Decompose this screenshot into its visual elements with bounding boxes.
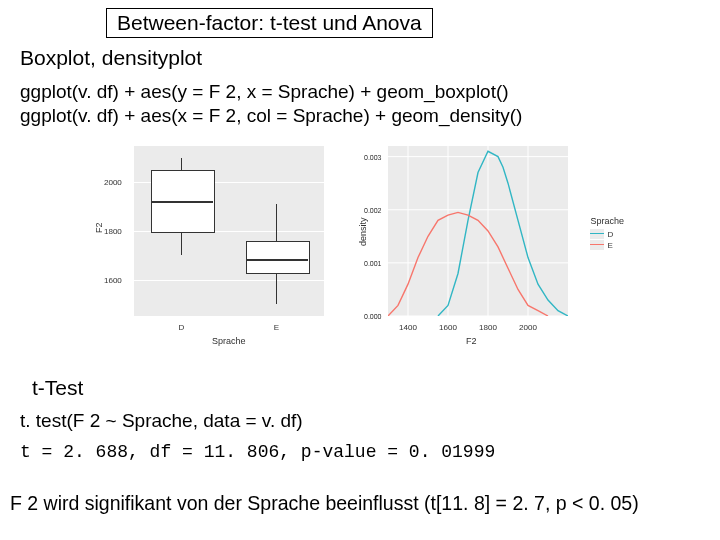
density-ylabel: density (358, 217, 368, 246)
boxplot-xtick: E (274, 323, 279, 332)
code-block: ggplot(v. df) + aes(y = F 2, x = Sprache… (20, 80, 522, 128)
boxplot-ytick: 1600 (104, 275, 122, 284)
boxplot-panel (134, 146, 324, 316)
density-ytick: 0.003 (364, 153, 382, 160)
boxplot-xtick: D (179, 323, 185, 332)
charts-row: F2 160018002000 DE Sprache density 0.000… (92, 138, 628, 348)
density-chart: density 0.0000.0010.0020.003 14001600180… (354, 138, 628, 348)
boxplot-ytick: 1800 (104, 227, 122, 236)
legend-item-D: D (590, 229, 624, 239)
ttest-call: t. test(F 2 ~ Sprache, data = v. df) (20, 410, 303, 432)
boxplot-ytick: 2000 (104, 178, 122, 187)
box-E (246, 241, 310, 275)
code-line-1: ggplot(v. df) + aes(y = F 2, x = Sprache… (20, 80, 522, 104)
density-xtick: 1400 (399, 323, 417, 332)
boxplot-ylabel: F2 (94, 222, 104, 233)
legend-title: Sprache (590, 216, 624, 226)
density-xtick: 1800 (479, 323, 497, 332)
slide-title: Between-factor: t-test und Anova (106, 8, 433, 38)
density-xtick: 1600 (439, 323, 457, 332)
density-ytick: 0.000 (364, 313, 382, 320)
density-lines (388, 146, 568, 316)
density-ytick: 0.001 (364, 259, 382, 266)
density-xtick: 2000 (519, 323, 537, 332)
conclusion-text: F 2 wird signifikant von der Sprache bee… (10, 492, 639, 515)
boxplot-chart: F2 160018002000 DE Sprache (92, 138, 342, 348)
boxplot-xlabel: Sprache (212, 336, 246, 346)
ttest-heading: t-Test (32, 376, 83, 400)
density-ytick: 0.002 (364, 206, 382, 213)
density-xlabel: F2 (466, 336, 477, 346)
code-line-2: ggplot(v. df) + aes(x = F 2, col = Sprac… (20, 104, 522, 128)
legend-item-E: E (590, 240, 624, 250)
subtitle: Boxplot, densityplot (20, 46, 202, 70)
slide: Between-factor: t-test und Anova Boxplot… (0, 0, 720, 540)
ttest-output: t = 2. 688, df = 11. 806, p-value = 0. 0… (20, 442, 495, 462)
density-panel (388, 146, 568, 316)
density-legend: Sprache DE (590, 216, 624, 251)
